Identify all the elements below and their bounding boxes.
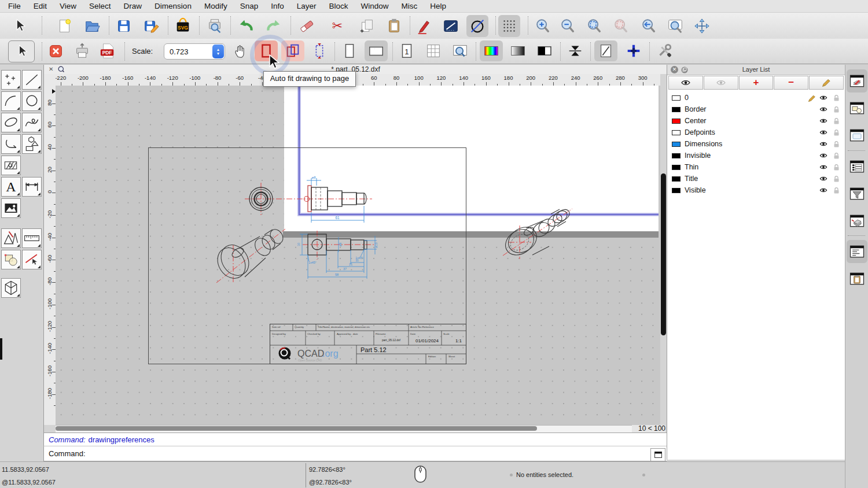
palette-scrollbar[interactable] xyxy=(0,338,2,360)
line-tools-button[interactable] xyxy=(22,70,42,90)
image-tool-button[interactable] xyxy=(1,198,21,218)
layer-visibility-icon[interactable] xyxy=(819,106,828,113)
layer-color-swatch[interactable] xyxy=(672,188,681,193)
layer-row[interactable]: Dimensions xyxy=(667,139,845,150)
multi-page-button[interactable] xyxy=(422,40,445,61)
dock-library-browser-button[interactable] xyxy=(847,209,867,232)
menu-view[interactable]: View xyxy=(60,2,76,10)
layer-visibility-icon[interactable] xyxy=(819,164,828,171)
close-preview-button[interactable] xyxy=(44,40,67,61)
layer-visibility-icon[interactable] xyxy=(819,187,828,194)
menu-help[interactable]: Help xyxy=(430,2,446,10)
zoom-in-button[interactable] xyxy=(532,15,554,37)
save-button[interactable] xyxy=(113,15,135,37)
black-white-button[interactable] xyxy=(533,40,556,61)
crosshair-button[interactable] xyxy=(622,40,645,61)
zoom-previous-button[interactable] xyxy=(638,15,660,37)
layer-lock-icon[interactable] xyxy=(833,106,840,113)
layer-visibility-icon[interactable] xyxy=(819,94,828,101)
edit-layer-button[interactable] xyxy=(809,76,844,90)
dock-property-editor-button[interactable] xyxy=(847,155,867,178)
layer-row[interactable]: Center xyxy=(667,116,845,127)
menu-snap[interactable]: Snap xyxy=(240,2,259,10)
layer-lock-icon[interactable] xyxy=(833,129,840,136)
circle-tools-button[interactable] xyxy=(22,91,42,111)
menu-misc[interactable]: Misc xyxy=(402,2,418,10)
horizontal-scrollbar-thumb[interactable] xyxy=(56,426,537,431)
undo-button[interactable] xyxy=(236,15,258,37)
menu-select[interactable]: Select xyxy=(89,2,111,10)
preview-zoom-button[interactable] xyxy=(448,40,472,61)
dimension-tools-button[interactable] xyxy=(22,177,42,197)
scale-combo[interactable]: 0.723 ▲ ▼ xyxy=(164,43,225,60)
layer-color-swatch[interactable] xyxy=(672,165,681,170)
layer-row[interactable]: Title xyxy=(667,173,845,185)
layer-row[interactable]: Defpoints xyxy=(667,127,845,139)
layer-row[interactable]: Border xyxy=(667,104,845,116)
remove-layer-button[interactable]: − xyxy=(774,76,808,90)
modify-tools-button[interactable] xyxy=(1,250,21,269)
vertical-scrollbar[interactable] xyxy=(661,173,666,335)
layer-row[interactable]: Visible xyxy=(667,185,845,197)
portrait-button[interactable] xyxy=(338,40,361,61)
preferences-tools-button[interactable] xyxy=(653,40,676,61)
layer-color-swatch[interactable] xyxy=(672,95,681,101)
measure-tool-button[interactable] xyxy=(22,228,42,248)
layer-color-swatch[interactable] xyxy=(672,153,681,158)
dock-clipboard-button[interactable] xyxy=(847,267,867,290)
solid-tools-button[interactable] xyxy=(1,278,21,298)
layer-visibility-icon[interactable] xyxy=(819,175,828,182)
polyline-tools-button[interactable] xyxy=(1,134,21,154)
svg-export-button[interactable]: SVG xyxy=(172,15,194,37)
shape-tools-button[interactable] xyxy=(22,134,42,154)
zoom-auto-button[interactable] xyxy=(583,15,605,37)
landscape-button[interactable] xyxy=(365,40,388,61)
command-input[interactable] xyxy=(89,448,667,460)
preview-pointer-button[interactable] xyxy=(8,40,35,62)
copy-button[interactable] xyxy=(356,15,378,37)
menu-edit[interactable]: Edit xyxy=(34,2,47,10)
open-file-button[interactable] xyxy=(81,15,103,37)
layer-color-swatch[interactable] xyxy=(672,176,681,182)
dock-block-list-button[interactable] xyxy=(847,97,867,120)
layer-lock-icon[interactable] xyxy=(833,152,840,160)
trim-tools-button[interactable] xyxy=(22,250,42,269)
menu-dimension[interactable]: Dimension xyxy=(155,2,192,10)
view-dimensioned[interactable]: 10 ø9 ø10 1x45° 1x45° 11 21 37 58 xyxy=(297,231,378,279)
layer-row[interactable]: Thin xyxy=(667,162,845,173)
show-all-layers-button[interactable] xyxy=(668,76,703,90)
redo-button[interactable] xyxy=(262,15,284,37)
menu-layer[interactable]: Layer xyxy=(297,2,317,10)
layer-color-swatch[interactable] xyxy=(672,130,681,135)
text-tool-button[interactable]: A xyxy=(1,177,21,197)
eraser-button[interactable] xyxy=(296,15,318,37)
modify-entity-button[interactable] xyxy=(466,15,488,37)
command-detach-button[interactable] xyxy=(650,448,665,461)
new-file-button[interactable] xyxy=(54,15,76,37)
layer-lock-icon[interactable] xyxy=(833,141,840,148)
pointer-tool-button[interactable] xyxy=(8,15,30,37)
layer-lock-icon[interactable] xyxy=(833,117,840,125)
menu-info[interactable]: Info xyxy=(271,2,284,10)
layer-visibility-icon[interactable] xyxy=(819,141,828,147)
dock-view-list-button[interactable] xyxy=(847,124,867,147)
zoom-out-button[interactable] xyxy=(557,15,579,37)
layer-lock-icon[interactable] xyxy=(833,94,840,102)
layer-lock-icon[interactable] xyxy=(833,164,840,171)
auto-zoom-button[interactable] xyxy=(564,40,587,61)
layer-visibility-icon[interactable] xyxy=(819,117,828,124)
paste-button[interactable] xyxy=(383,15,405,37)
pan-hand-button[interactable] xyxy=(229,40,252,61)
dock-layer-list-button[interactable] xyxy=(847,69,867,93)
layer-lock-icon[interactable] xyxy=(833,187,840,194)
layer-color-swatch[interactable] xyxy=(672,107,681,112)
add-layer-button[interactable]: + xyxy=(739,76,774,90)
layer-visibility-icon[interactable] xyxy=(819,129,828,136)
menu-draw[interactable]: Draw xyxy=(124,2,142,10)
view-isometric-left[interactable] xyxy=(212,227,285,284)
single-page-button[interactable]: 1 xyxy=(395,40,418,61)
menu-block[interactable]: Block xyxy=(329,2,348,10)
point-tools-button[interactable] xyxy=(1,70,21,90)
print-button[interactable] xyxy=(71,40,94,61)
print-preview-button[interactable] xyxy=(204,15,226,37)
